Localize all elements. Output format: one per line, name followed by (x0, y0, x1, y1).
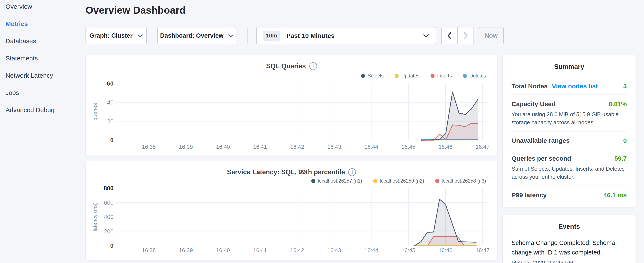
summary-subtext: You are using 28.6 MiB of 515.9 GiB usab… (512, 110, 627, 126)
events-title: Events (512, 223, 627, 230)
summary-label: Queries per second (512, 155, 571, 162)
y-tick-label: 600 (104, 200, 114, 206)
chevron-down-icon (137, 34, 143, 38)
x-tick-label: 16:45 (402, 247, 415, 253)
y-axis-title: queries (92, 103, 98, 121)
y-tick-label: 800 (104, 185, 114, 191)
x-tick-label: 16:38 (142, 247, 156, 253)
sidebar-item-network-latency[interactable]: Network Latency (6, 72, 84, 89)
summary-label: Total Nodes (512, 83, 548, 90)
x-tick-label: 16:41 (253, 247, 267, 253)
event-timestamp: May 13, 2020 at 4:45 PM (512, 259, 627, 263)
summary-label: Unavailable ranges (512, 137, 570, 144)
chevron-left-icon (447, 32, 452, 40)
graph-dropdown-label: Graph: Cluster (89, 32, 132, 39)
time-step-forward-button[interactable] (458, 28, 474, 44)
y-axis-title: latency (ms) (92, 202, 98, 231)
y-tick-label: 400 (104, 214, 114, 220)
time-range-badge: 10m (263, 31, 280, 41)
time-step-buttons (441, 27, 474, 44)
now-button-label: Now (484, 32, 498, 39)
divider (512, 185, 627, 186)
x-tick-label: 16:40 (216, 247, 230, 253)
time-step-back-button[interactable] (442, 28, 458, 44)
page-title: Overview Dashboard (86, 4, 186, 16)
summary-label: P99 latency (512, 191, 546, 199)
series-area-localhost-26257-n1 (414, 199, 476, 245)
sidebar-item-metrics[interactable]: Metrics (6, 20, 84, 38)
summary-row-queries-per-second: Queries per second59.7 (512, 155, 627, 162)
summary-panel: Summary Total NodesView nodes list3Capac… (502, 55, 636, 207)
divider (512, 95, 627, 95)
dashboard-dropdown[interactable]: Dashboard: Overview (157, 27, 236, 44)
summary-subtext: Sum of Selects, Updates, Inserts, and De… (512, 165, 627, 181)
sql-queries-chart-card: SQL Queries i SelectsUpdatesInsertsDelet… (86, 55, 498, 156)
x-tick-label: 16:38 (142, 144, 156, 150)
sidebar-item-jobs[interactable]: Jobs (6, 89, 84, 106)
y-tick-label: 0 (110, 242, 114, 249)
x-tick-label: 16:39 (179, 144, 193, 150)
graph-dropdown[interactable]: Graph: Cluster (86, 27, 147, 44)
divider (512, 131, 627, 132)
y-tick-label: 200 (104, 228, 114, 235)
chart-plot-area[interactable]: 020406016:3816:3916:4016:4116:4216:4316:… (86, 55, 498, 156)
summary-value: 46.1 ms (604, 191, 627, 199)
x-tick-label: 16:43 (327, 144, 341, 150)
x-tick-label: 16:45 (402, 144, 415, 150)
x-tick-label: 16:41 (253, 144, 267, 150)
summary-value: 0.01% (609, 100, 627, 108)
x-tick-label: 16:40 (216, 144, 230, 150)
summary-row-total-nodes: Total NodesView nodes list3 (512, 83, 627, 90)
summary-row-capacity-used: Capacity Used0.01% (512, 100, 627, 108)
chevron-down-icon (228, 34, 234, 38)
view-nodes-list-link[interactable]: View nodes list (552, 83, 598, 90)
summary-value: 59.7 (614, 155, 627, 162)
x-tick-label: 16:47 (476, 247, 490, 253)
chart-plot-area[interactable]: 020040060080016:3816:3916:4016:4116:4216… (86, 161, 498, 261)
sidebar-item-statements[interactable]: Statements (6, 55, 84, 72)
time-range-label: Past 10 Minutes (286, 32, 423, 39)
controls-divider (247, 28, 248, 43)
x-tick-label: 16:39 (179, 247, 193, 253)
y-tick-label: 40 (107, 99, 114, 106)
y-tick-label: 20 (107, 118, 114, 125)
x-tick-label: 16:46 (438, 144, 452, 150)
sidebar-item-overview[interactable]: Overview (6, 3, 84, 20)
dashboard-dropdown-label: Dashboard: Overview (160, 32, 224, 39)
chevron-right-icon (463, 32, 468, 40)
x-tick-label: 16:42 (290, 144, 304, 150)
series-area-selects (422, 92, 478, 140)
x-tick-label: 16:44 (364, 247, 378, 253)
sidebar-item-advanced-debug[interactable]: Advanced Debug (6, 106, 84, 124)
summary-title: Summary (512, 63, 627, 71)
chevron-down-icon (423, 34, 429, 38)
now-button[interactable]: Now (478, 27, 504, 44)
x-tick-label: 16:47 (476, 144, 490, 150)
x-tick-label: 16:46 (438, 247, 452, 253)
events-panel: Events Schema Change Completed: Schema c… (502, 215, 636, 263)
time-range-selector[interactable]: 10m Past 10 Minutes (256, 27, 436, 44)
x-tick-label: 16:44 (364, 144, 378, 150)
summary-value: 0 (623, 137, 627, 144)
sidebar-nav: OverviewMetricsDatabasesStatementsNetwor… (0, 0, 84, 263)
summary-row-p99-latency: P99 latency46.1 ms (512, 191, 627, 199)
x-tick-label: 16:42 (290, 247, 304, 253)
y-tick-label: 0 (110, 137, 114, 144)
summary-value: 3 (623, 83, 627, 90)
service-latency-chart-card: Service Latency: SQL, 99th percentile i … (86, 161, 498, 260)
sidebar-item-databases[interactable]: Databases (6, 38, 84, 55)
summary-label: Capacity Used (512, 100, 556, 108)
event-text[interactable]: Schema Change Completed: Schema change w… (512, 238, 627, 257)
summary-row-unavailable-ranges: Unavailable ranges0 (512, 137, 627, 144)
y-tick-label: 60 (107, 80, 114, 87)
divider (512, 149, 627, 149)
x-tick-label: 16:43 (327, 247, 341, 253)
